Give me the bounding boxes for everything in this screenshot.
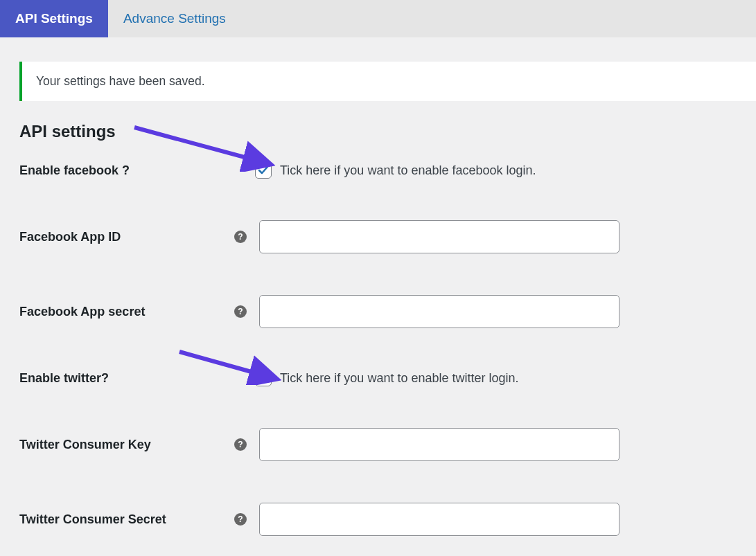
row-facebook-app-secret: Facebook App secret ? [19,274,756,349]
desc-enable-facebook: Tick here if you want to enable facebook… [280,163,536,178]
notice-saved: Your settings have been saved. [19,62,756,101]
row-facebook-app-id: Facebook App ID ? [19,199,756,274]
tabs-bar: API Settings Advance Settings [0,0,756,37]
label-facebook-app-secret: Facebook App secret [19,305,234,319]
tab-advance-settings[interactable]: Advance Settings [108,0,241,37]
label-twitter-consumer-secret: Twitter Consumer Secret [19,512,234,527]
input-twitter-consumer-secret[interactable] [259,503,619,536]
tab-api-settings[interactable]: API Settings [0,0,108,37]
help-icon[interactable]: ? [234,305,247,318]
input-facebook-app-id[interactable] [259,220,619,253]
label-twitter-consumer-key: Twitter Consumer Key [19,438,234,452]
check-icon [258,165,269,176]
settings-form: Enable facebook ? Tick here if you want … [19,141,756,556]
row-twitter-consumer-secret: Twitter Consumer Secret ? [19,482,756,556]
input-facebook-app-secret[interactable] [259,295,619,328]
label-enable-twitter: Enable twitter? [19,371,234,386]
check-icon [258,373,269,384]
row-enable-twitter: Enable twitter? Tick here if you want to… [19,349,756,407]
input-twitter-consumer-key[interactable] [259,428,619,461]
label-enable-facebook: Enable facebook ? [19,163,234,178]
desc-enable-twitter: Tick here if you want to enable twitter … [280,371,519,386]
help-icon[interactable]: ? [234,513,247,526]
help-icon[interactable]: ? [234,231,247,243]
row-enable-facebook: Enable facebook ? Tick here if you want … [19,141,756,199]
checkbox-enable-twitter[interactable] [255,370,272,386]
help-icon[interactable]: ? [234,438,247,451]
row-twitter-consumer-key: Twitter Consumer Key ? [19,407,756,482]
section-title: API settings [19,122,756,141]
label-facebook-app-id: Facebook App ID [19,230,234,244]
checkbox-enable-facebook[interactable] [255,162,272,179]
